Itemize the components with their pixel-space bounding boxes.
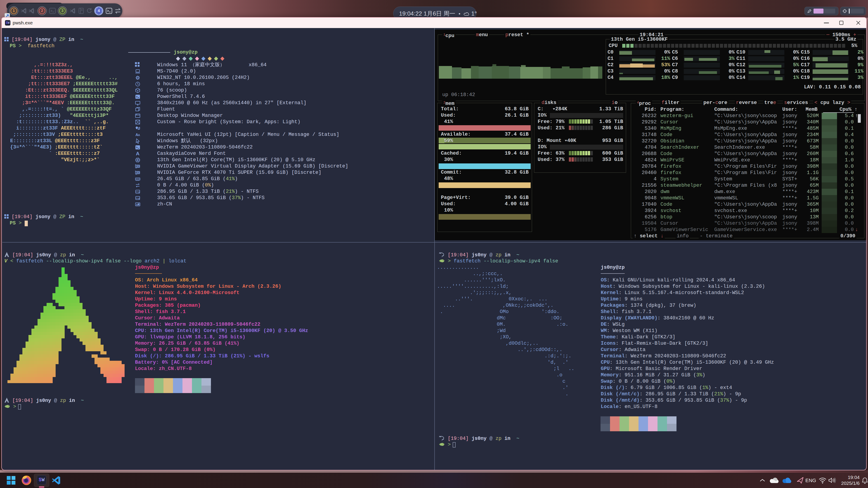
svg-text:A: A: [136, 151, 140, 156]
svg-text:A: A: [136, 203, 138, 206]
svg-text:A: A: [138, 133, 140, 137]
